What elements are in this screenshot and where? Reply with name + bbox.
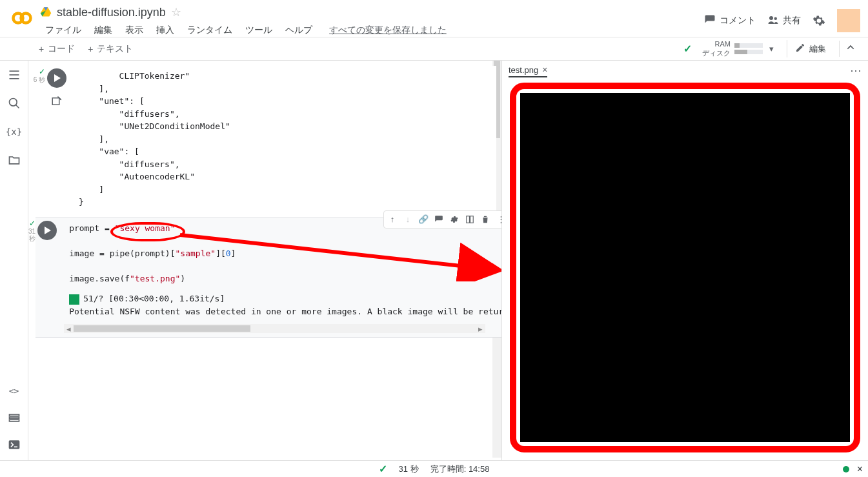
svg-point-10 bbox=[9, 99, 17, 107]
comment-icon bbox=[704, 14, 716, 28]
connection-dot-icon bbox=[843, 466, 849, 472]
progress-text: 51/? [00:30<00:00, 1.63it/s] bbox=[83, 294, 225, 303]
add-text-label: テキスト bbox=[97, 43, 133, 55]
comment-label: コメント bbox=[720, 15, 756, 26]
main-area: {x} <> ✓ 6 秒 CLIPTokenizer" ], "unet": bbox=[0, 61, 868, 460]
ram-label: RAM bbox=[702, 40, 731, 48]
menu-edit[interactable]: 編集 bbox=[89, 22, 117, 39]
svg-point-1 bbox=[21, 14, 31, 23]
close-status-icon[interactable]: × bbox=[857, 463, 863, 475]
move-up-icon[interactable]: ↑ bbox=[385, 212, 399, 227]
variables-icon[interactable]: {x} bbox=[6, 124, 22, 139]
menu-runtime[interactable]: ランタイム bbox=[182, 22, 237, 39]
disk-bar bbox=[734, 50, 763, 54]
edit-mode-button[interactable]: 編集 bbox=[787, 40, 834, 57]
svg-rect-13 bbox=[9, 417, 19, 419]
more-cell-icon[interactable]: ⋮ bbox=[494, 212, 501, 227]
preview-tab[interactable]: test.png × bbox=[509, 65, 547, 77]
completion-time-status: 完了時間: 14:58 bbox=[430, 463, 490, 475]
generated-image bbox=[520, 93, 850, 442]
edit-label: 編集 bbox=[809, 43, 826, 55]
star-icon[interactable]: ☆ bbox=[171, 5, 181, 19]
colab-logo-icon bbox=[10, 6, 34, 30]
toolbar: + コード + テキスト ✓ RAM ディスク ▾ 編集 bbox=[0, 37, 868, 61]
preview-more-icon[interactable]: ⋯ bbox=[850, 63, 863, 77]
comment-cell-icon[interactable] bbox=[432, 212, 446, 227]
preview-tab-label: test.png bbox=[509, 65, 538, 75]
svg-rect-7 bbox=[9, 70, 19, 72]
code-snippets-icon[interactable]: <> bbox=[6, 383, 22, 398]
user-avatar[interactable] bbox=[837, 9, 860, 32]
link-icon[interactable]: 🔗 bbox=[416, 212, 430, 227]
menu-file[interactable]: ファイル bbox=[40, 22, 86, 39]
people-icon bbox=[767, 14, 779, 28]
notebook-pane: ✓ 6 秒 CLIPTokenizer" ], "unet": [ "diffu… bbox=[28, 61, 501, 460]
connection-check-icon: ✓ bbox=[683, 43, 692, 55]
command-palette-icon[interactable] bbox=[6, 410, 22, 425]
app-header: stable-diffusion.ipynb ☆ ファイル 編集 表示 挿入 ラ… bbox=[0, 0, 868, 37]
settings-icon[interactable] bbox=[812, 14, 825, 27]
share-label: 共有 bbox=[783, 15, 801, 26]
svg-rect-12 bbox=[9, 414, 19, 416]
svg-point-5 bbox=[769, 16, 773, 20]
annotation-frame bbox=[510, 83, 860, 452]
mirror-cell-icon[interactable] bbox=[463, 212, 477, 227]
scroll-left-icon[interactable]: ◂ bbox=[64, 324, 74, 333]
save-status[interactable]: すべての変更を保存しました bbox=[324, 22, 452, 39]
scroll-right-icon[interactable]: ▸ bbox=[476, 324, 485, 333]
cell-1: ✓ 31 秒 ↑ ↓ 🔗 ⋮ prompt = "sexy bbox=[28, 218, 496, 338]
svg-rect-9 bbox=[9, 78, 19, 79]
run-cell-button[interactable] bbox=[37, 221, 57, 240]
document-title[interactable]: stable-diffusion.ipynb bbox=[57, 6, 166, 19]
add-text-button[interactable]: + テキスト bbox=[81, 41, 139, 57]
move-down-icon[interactable]: ↓ bbox=[401, 212, 415, 227]
menu-tools[interactable]: ツール bbox=[240, 22, 278, 39]
clear-output-icon[interactable] bbox=[51, 96, 63, 110]
drive-icon bbox=[40, 6, 52, 19]
toc-icon[interactable] bbox=[6, 67, 22, 83]
terminal-icon[interactable] bbox=[6, 437, 22, 452]
comment-button[interactable]: コメント bbox=[704, 14, 756, 28]
svg-rect-8 bbox=[9, 74, 19, 76]
cell-settings-icon[interactable] bbox=[447, 212, 461, 227]
status-bar: ✓ 31 秒 完了時間: 14:58 × bbox=[0, 460, 868, 477]
nsfw-warning-text: Potential NSFW content was detected in o… bbox=[69, 307, 501, 316]
image-preview-pane: test.png × ⋯ bbox=[501, 61, 868, 460]
files-icon[interactable] bbox=[6, 152, 22, 168]
svg-point-6 bbox=[774, 17, 778, 20]
pencil-icon bbox=[795, 43, 805, 55]
add-code-label: コード bbox=[48, 43, 75, 55]
cell-0: ✓ 6 秒 CLIPTokenizer" ], "unet": [ "diffu… bbox=[28, 66, 496, 215]
svg-rect-14 bbox=[9, 420, 19, 421]
svg-line-11 bbox=[15, 105, 19, 108]
svg-rect-21 bbox=[470, 216, 474, 223]
progress-indicator-icon bbox=[69, 294, 79, 305]
cell-toolbar: ↑ ↓ 🔗 ⋮ bbox=[383, 210, 501, 228]
exec-time-status: 31 秒 bbox=[399, 463, 419, 475]
disk-label: ディスク bbox=[702, 49, 731, 57]
collapse-header-button[interactable] bbox=[839, 41, 862, 57]
svg-rect-17 bbox=[52, 98, 59, 105]
svg-rect-20 bbox=[467, 216, 470, 223]
add-code-button[interactable]: + コード bbox=[32, 41, 81, 57]
resource-dropdown-icon[interactable]: ▾ bbox=[767, 41, 776, 56]
menu-insert[interactable]: 挿入 bbox=[151, 22, 179, 39]
menu-help[interactable]: ヘルプ bbox=[280, 22, 318, 39]
run-cell-button[interactable] bbox=[47, 68, 66, 88]
cell-code[interactable]: prompt = "sexy woman" image = pipe(promp… bbox=[64, 218, 501, 289]
delete-cell-icon[interactable] bbox=[478, 212, 492, 227]
cell-output-text: CLIPTokenizer" ], "unet": [ "diffusers",… bbox=[74, 66, 496, 212]
search-icon[interactable] bbox=[6, 96, 22, 111]
left-rail: {x} <> bbox=[0, 61, 28, 460]
status-check-icon: ✓ bbox=[379, 463, 387, 475]
horizontal-scrollbar[interactable]: ◂ ▸ bbox=[64, 324, 485, 333]
ram-bar bbox=[734, 43, 763, 48]
svg-rect-15 bbox=[8, 440, 19, 449]
cell-output: 51/? [00:30<00:00, 1.63it/s] Potential N… bbox=[64, 289, 501, 321]
menu-view[interactable]: 表示 bbox=[120, 22, 148, 39]
close-tab-icon[interactable]: × bbox=[542, 65, 547, 75]
resource-widget[interactable]: RAM ディスク ▾ bbox=[697, 39, 782, 58]
share-button[interactable]: 共有 bbox=[767, 14, 801, 28]
